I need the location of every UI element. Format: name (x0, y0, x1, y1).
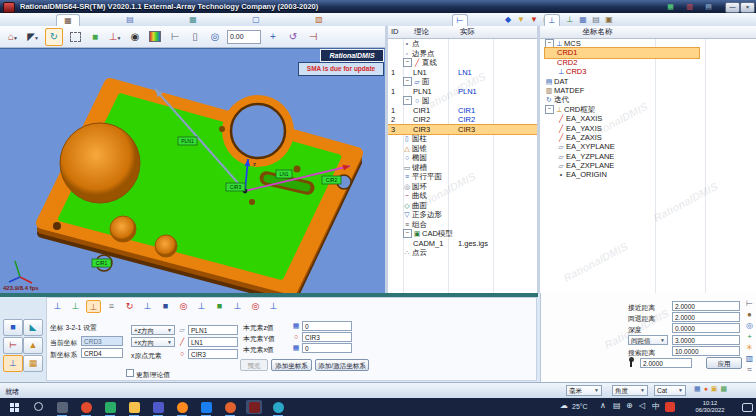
media-icon[interactable] (222, 400, 238, 414)
alert-monitor-icon[interactable] (54, 400, 70, 414)
csys-point-line-plane-icon[interactable]: ⊥ (68, 300, 83, 313)
cmm-machine-icon[interactable]: ▦ (23, 355, 43, 372)
expander-icon[interactable]: − (403, 58, 412, 67)
expander-icon[interactable]: − (403, 77, 412, 86)
preview-button[interactable]: 预览 (240, 359, 268, 371)
tab-graphics-tab-icon[interactable]: ▧ (308, 14, 330, 25)
coord-tree-row[interactable]: CRD1 (545, 48, 699, 57)
feature-tree-row[interactable]: ○椭圆 (388, 153, 537, 163)
csys-translate-icon[interactable]: ⊥ (194, 300, 209, 313)
feature-label-cir1[interactable]: CIR1 (92, 259, 111, 267)
offset-input[interactable]: 0.00 (227, 30, 261, 44)
explorer-icon[interactable] (126, 400, 142, 414)
cad-scene[interactable]: z PLN1 CIR3 LN1 CIR2 CIR1 (0, 49, 385, 294)
tab-report-tab-icon[interactable]: ▤ (119, 14, 141, 25)
printer-icon[interactable]: ▤ (589, 14, 603, 25)
search-field[interactable]: 10.0000 (672, 346, 740, 356)
temperature[interactable]: 25°C (572, 401, 588, 413)
shield-icon[interactable]: ◆ (501, 14, 515, 25)
grid-icon[interactable]: ▦ (576, 14, 590, 25)
coord-tree-row[interactable]: ↻迭代 (545, 95, 687, 104)
feature-label-cir3[interactable]: CIR3 (226, 183, 245, 191)
expander-icon[interactable]: − (403, 96, 412, 105)
feature-label-cir2[interactable]: CIR2 (322, 176, 341, 184)
feature-tree-row[interactable]: 2CIR2CIR2 (388, 115, 537, 125)
hand-probe-icon[interactable]: ● (744, 310, 755, 320)
feature-tree-row[interactable]: −▱面 (388, 77, 537, 87)
coord-tree-row[interactable]: ▤DAT (545, 77, 687, 86)
keyboard-icon[interactable]: ▤ (613, 401, 621, 410)
minimize-button[interactable]: — (725, 2, 740, 13)
bestfit-target-icon[interactable]: ◎ (248, 300, 263, 313)
grid-status-icon[interactable]: ▦ (694, 385, 701, 393)
cat-dropdown[interactable]: Cat▼ (654, 385, 686, 396)
coord-tree-row[interactable]: ╱EA_XAXIS (545, 114, 699, 123)
cube-probe-icon[interactable]: ■ (3, 319, 23, 336)
z-value-field[interactable]: 0 (302, 321, 352, 331)
feature-tree-row[interactable]: ≡平行平面 (388, 172, 537, 182)
calibrate-icon[interactable]: + (744, 332, 755, 342)
approach-field[interactable]: 2.0000 (672, 301, 740, 311)
edge-icon[interactable] (270, 400, 286, 414)
csys-axes-icon[interactable]: ⊥ (140, 300, 155, 313)
axes-setup-icon[interactable]: ⊥ (3, 355, 23, 372)
weather-icon[interactable]: ☁ (560, 401, 568, 410)
coord-tree-row[interactable]: •EA_ORIGIN (545, 170, 699, 179)
remote-devices-icon[interactable]: ▦ (664, 2, 677, 11)
expander-icon[interactable]: − (545, 105, 554, 114)
feature-tree-row[interactable]: △圆锥 (388, 144, 537, 154)
csys-321-setup-icon[interactable]: ⊥ (86, 300, 101, 313)
current-coord-field[interactable]: CRD3 (81, 336, 123, 346)
coord-tree-row[interactable]: −⊥MCS (545, 39, 687, 48)
coord-tree-row[interactable]: ╱EA_YAXIS (545, 124, 699, 133)
coord-tree-row[interactable]: −⊥CRD框架 (545, 105, 687, 114)
feature-probe-icon[interactable]: ⊢ (452, 14, 468, 26)
feature-tree-row[interactable]: −▣CAD模型 (388, 229, 537, 239)
feature-tree-row[interactable]: ◎圆环 (388, 182, 537, 192)
coord-tree-row[interactable]: ▥MATDEF (545, 86, 687, 95)
start-button[interactable] (6, 400, 22, 414)
depth-field[interactable]: 0.0000 (672, 323, 740, 333)
pocket-circle[interactable] (60, 123, 140, 203)
search-icon[interactable] (30, 400, 46, 414)
chart-icon[interactable]: ▥ (744, 354, 755, 364)
notification-icon[interactable] (742, 403, 753, 412)
zoom-search-icon[interactable]: ◎ (207, 29, 223, 45)
csys-rotate-icon[interactable]: ↻ (122, 300, 137, 313)
add-activate-coord-button[interactable]: 添加/激活坐标系 (315, 359, 369, 371)
update-theoretical-checkbox[interactable]: 更新理论值 (126, 363, 170, 381)
feature-label-pln1[interactable]: PLN1 (178, 137, 197, 145)
coord-tree-row[interactable]: ╱EA_ZAXIS (545, 133, 699, 142)
coord-tree-row[interactable]: ▱EA_ZXPLANE (545, 161, 699, 170)
x-direction-dropdown[interactable]: +x方向▼ (131, 337, 175, 347)
feature-tree-row[interactable]: •点 (388, 39, 537, 49)
colormap-icon[interactable] (147, 29, 163, 45)
cad-align-icon[interactable]: ■ (212, 300, 227, 313)
orbit-icon[interactable]: ↻ (45, 28, 63, 46)
coord-tree-row[interactable]: ▱EA_XYPLANE (545, 142, 699, 151)
workstation-icon[interactable]: ▤ (702, 2, 715, 11)
new-coord-field[interactable]: CRD4 (81, 348, 123, 358)
part-gold-icon[interactable]: ▲ (23, 337, 43, 354)
clock[interactable]: 10:12 06/30/2022 (684, 400, 736, 414)
coordinate-axes-icon[interactable]: ⊥▼ (107, 29, 123, 45)
feature-tree-row[interactable]: ▽正多边形 (388, 210, 537, 220)
speaker-icon[interactable]: ◁ (639, 401, 645, 410)
coord-tree-row[interactable]: CRD2 (545, 58, 699, 67)
coord-axes-icon[interactable]: ⊥ (544, 14, 560, 26)
expander-icon[interactable]: − (403, 229, 412, 238)
feature-tree-row[interactable]: 1PLN1PLN1 (388, 87, 537, 97)
feature-label-ln1[interactable]: LN1 (276, 170, 292, 178)
delete-icon[interactable]: ▯ (187, 29, 203, 45)
teams-icon[interactable] (150, 400, 166, 414)
app-icon[interactable] (3, 2, 15, 13)
link-status-icon[interactable]: ▩ (720, 385, 727, 393)
thunder-icon[interactable] (198, 400, 214, 414)
csys-cube-icon[interactable]: ■ (158, 300, 173, 313)
apply-button[interactable]: 应用 (706, 357, 742, 369)
feature-tree-row[interactable]: ◦边界点 (388, 49, 537, 59)
manual-distance-field[interactable]: 2.0000 (640, 358, 692, 368)
model-import-icon[interactable]: ■ (87, 29, 103, 45)
through-hole[interactable] (231, 104, 285, 158)
view-eye-icon[interactable]: ◉ (127, 29, 143, 45)
